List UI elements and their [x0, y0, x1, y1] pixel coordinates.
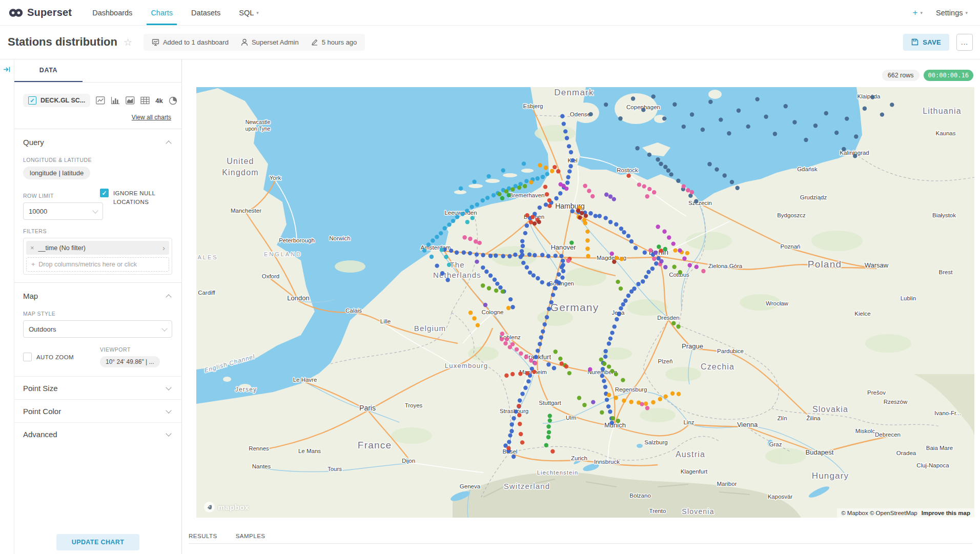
svg-text:Maribor: Maribor: [717, 481, 737, 487]
nav-dashboards[interactable]: Dashboards: [83, 0, 141, 25]
svg-text:Hungary: Hungary: [812, 471, 849, 481]
tab-data[interactable]: DATA: [14, 59, 83, 81]
deckgl-map[interactable]: English ChannelWALESENGLANDDenmarkLithua…: [196, 87, 974, 518]
area-chart-icon[interactable]: [126, 96, 135, 105]
svg-text:Rostock: Rostock: [617, 167, 638, 173]
svg-text:Kielce: Kielce: [854, 311, 870, 317]
svg-text:Gdańsk: Gdańsk: [797, 166, 818, 172]
view-all-charts-link[interactable]: View all charts: [132, 114, 171, 121]
map-canvas: English ChannelWALESENGLANDDenmarkLithua…: [196, 87, 974, 518]
nav-charts[interactable]: Charts: [141, 0, 182, 25]
svg-text:Switzerland: Switzerland: [504, 482, 550, 490]
query-section-header[interactable]: Query: [14, 129, 181, 152]
expand-panel-icon[interactable]: [3, 66, 11, 73]
svg-text:Prague: Prague: [682, 342, 703, 350]
improve-map-link[interactable]: Improve this map: [922, 510, 970, 516]
pencil-icon: [311, 38, 318, 46]
remove-filter-icon[interactable]: ×: [30, 244, 34, 252]
svg-text:Oxford: Oxford: [262, 273, 280, 279]
viz-type-selected[interactable]: ✓ DECK.GL SC...: [23, 94, 90, 107]
section-point-size[interactable]: Point Size: [14, 376, 181, 399]
chevron-up-icon: [166, 294, 171, 300]
svg-text:Klaipėda: Klaipėda: [858, 93, 881, 99]
caret-down-icon: ▾: [965, 10, 968, 15]
svg-text:Bremerhaven: Bremerhaven: [509, 192, 544, 198]
mapbox-circle-icon: [203, 501, 215, 513]
svg-text:York: York: [270, 175, 281, 181]
last-modified[interactable]: 5 hours ago: [311, 38, 357, 46]
superset-logo[interactable]: Superset: [0, 0, 83, 25]
map-style-select[interactable]: Outdoors: [23, 320, 172, 338]
lon-lat-chip[interactable]: longitude | latitude: [23, 167, 90, 179]
row-limit-select[interactable]: 10000: [23, 202, 103, 220]
svg-text:Cardiff: Cardiff: [198, 290, 215, 296]
svg-text:Liechtenstein: Liechtenstein: [537, 469, 578, 476]
svg-text:Göttingen: Göttingen: [548, 280, 574, 286]
auto-zoom-checkbox[interactable]: [23, 353, 32, 361]
viz-type-row: ✓ DECK.GL SC... 4k: [14, 94, 181, 107]
favorite-star-icon[interactable]: ☆: [124, 36, 132, 48]
chevron-down-icon: [166, 407, 171, 413]
svg-text:Poland: Poland: [808, 259, 842, 270]
svg-text:Dresden: Dresden: [657, 315, 679, 321]
dashboard-count[interactable]: Added to 1 dashboard: [152, 38, 229, 46]
filters-label: FILTERS: [23, 228, 171, 234]
svg-text:WALES: WALES: [196, 254, 218, 260]
top-navbar: Superset Dashboards Charts Datasets SQL▾…: [0, 0, 980, 26]
auto-zoom-label: AUTO ZOOM: [36, 353, 74, 362]
tab-samples[interactable]: SAMPLES: [236, 533, 266, 539]
viz-type-4k[interactable]: 4k: [155, 97, 162, 105]
mapbox-logo[interactable]: mapbox: [203, 501, 249, 513]
svg-text:Netherlands: Netherlands: [433, 271, 481, 279]
save-button[interactable]: SAVE: [903, 34, 949, 51]
svg-text:Białystok: Białystok: [932, 212, 956, 218]
filter-chip-time[interactable]: × __time (No filter) ›: [26, 241, 169, 255]
viz-checkbox[interactable]: ✓: [28, 96, 36, 105]
row-count-badge: 662 rows: [882, 70, 920, 81]
ignore-null-checkbox[interactable]: ✓: [100, 189, 109, 197]
section-advanced[interactable]: Advanced: [14, 422, 181, 445]
data-panel: DATA ✓ DECK.GL SC... 4k View all charts …: [14, 59, 182, 554]
nav-sql[interactable]: SQL▾: [230, 0, 268, 25]
filter-drop-zone[interactable]: + Drop columns/metrics here or click: [26, 257, 169, 272]
svg-text:Žilina: Žilina: [806, 415, 821, 421]
chevron-down-icon: [166, 384, 171, 390]
svg-text:Warsaw: Warsaw: [865, 261, 889, 269]
svg-text:upon Tyne: upon Tyne: [246, 126, 271, 132]
svg-text:Innsbruck: Innsbruck: [594, 459, 620, 465]
svg-text:Zielona Góra: Zielona Góra: [708, 263, 743, 269]
line-chart-icon[interactable]: [96, 96, 105, 105]
lon-lat-label: LONGITUDE & LATITUDE: [23, 157, 171, 163]
ignore-null-label: IGNORE NULL LOCATIONS: [113, 189, 160, 206]
tab-results[interactable]: RESULTS: [189, 533, 217, 539]
section-point-color[interactable]: Point Color: [14, 399, 181, 422]
pie-chart-icon[interactable]: [169, 96, 177, 105]
new-item-button[interactable]: +▾: [913, 8, 923, 18]
svg-text:Munich: Munich: [604, 421, 626, 429]
svg-text:Trento: Trento: [649, 508, 666, 514]
svg-text:Czechia: Czechia: [701, 362, 734, 371]
update-chart-button[interactable]: UPDATE CHART: [56, 534, 139, 550]
map-section-header[interactable]: Map: [14, 283, 181, 305]
page-title: Stations distribution: [8, 35, 117, 49]
svg-text:London: London: [287, 294, 309, 302]
infinity-logo-icon: [8, 6, 24, 19]
more-options-button[interactable]: ...: [956, 34, 973, 51]
svg-text:Newcastle: Newcastle: [246, 119, 271, 125]
svg-text:Ulm: Ulm: [566, 415, 576, 421]
svg-text:Rzeszów: Rzeszów: [884, 399, 908, 405]
caret-down-icon: ▾: [921, 10, 923, 15]
svg-text:Calais: Calais: [345, 307, 362, 314]
nav-datasets[interactable]: Datasets: [182, 0, 230, 25]
svg-text:Budapest: Budapest: [806, 448, 834, 456]
chevron-down-icon: [161, 325, 167, 331]
viewport-chip[interactable]: 10° 24' 49.86" | ...: [100, 356, 160, 367]
bar-chart-icon[interactable]: [111, 96, 120, 105]
svg-text:Le Havre: Le Havre: [293, 377, 317, 383]
svg-text:France: France: [358, 440, 392, 450]
table-icon[interactable]: [140, 96, 150, 105]
settings-menu[interactable]: Settings▾: [936, 9, 968, 17]
chart-owner[interactable]: Superset Admin: [241, 38, 299, 46]
svg-text:Debrecen: Debrecen: [875, 432, 901, 438]
svg-text:Graz: Graz: [769, 441, 782, 447]
